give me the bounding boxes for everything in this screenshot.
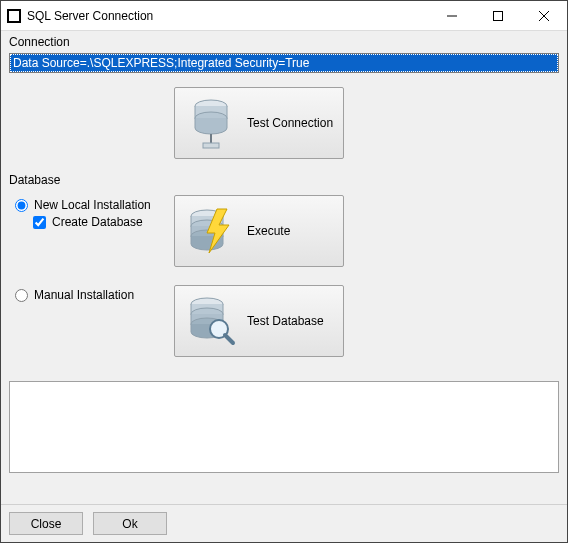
footer: Close Ok <box>1 504 567 542</box>
create-database-label: Create Database <box>52 215 143 229</box>
test-connection-button[interactable]: Test Connection <box>174 87 344 159</box>
test-connection-label: Test Connection <box>247 116 333 130</box>
database-lightning-icon <box>183 203 239 259</box>
new-local-installation-radio[interactable]: New Local Installation <box>15 198 174 212</box>
content-area: Connection Test Connection Database <box>1 31 567 504</box>
manual-installation-radio[interactable]: Manual Installation <box>15 288 174 302</box>
window-title: SQL Server Connection <box>27 9 153 23</box>
minimize-button[interactable] <box>429 1 475 31</box>
svg-rect-7 <box>203 143 219 148</box>
output-textbox[interactable] <box>9 381 559 473</box>
new-local-installation-label: New Local Installation <box>34 198 151 212</box>
database-search-icon <box>183 293 239 349</box>
app-icon <box>7 9 21 23</box>
ok-button[interactable]: Ok <box>93 512 167 535</box>
connection-string-input[interactable] <box>9 53 559 73</box>
execute-button[interactable]: Execute <box>174 195 344 267</box>
manual-installation-label: Manual Installation <box>34 288 134 302</box>
close-window-button[interactable] <box>521 1 567 31</box>
test-database-button[interactable]: Test Database <box>174 285 344 357</box>
test-database-label: Test Database <box>247 314 324 328</box>
svg-rect-1 <box>494 11 503 20</box>
connection-label: Connection <box>9 35 559 49</box>
database-network-icon <box>183 95 239 151</box>
svg-line-16 <box>225 335 233 343</box>
close-button[interactable]: Close <box>9 512 83 535</box>
execute-label: Execute <box>247 224 290 238</box>
create-database-checkbox[interactable]: Create Database <box>33 215 174 229</box>
titlebar: SQL Server Connection <box>1 1 567 31</box>
maximize-button[interactable] <box>475 1 521 31</box>
database-label: Database <box>9 173 559 187</box>
